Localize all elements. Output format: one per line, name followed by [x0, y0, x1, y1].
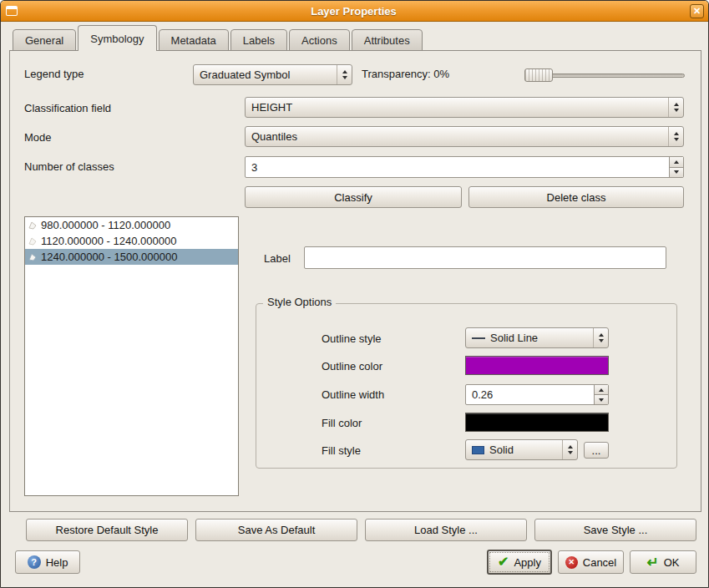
fill-color-swatch[interactable] — [465, 413, 609, 432]
spin-down-icon[interactable] — [595, 394, 608, 404]
classify-button-label: Classify — [334, 191, 372, 204]
outline-width-label: Outline width — [322, 388, 384, 401]
delete-class-button[interactable]: Delete class — [468, 186, 684, 208]
close-button[interactable]: ✕ — [690, 4, 704, 18]
fill-color-label: Fill color — [322, 417, 362, 429]
load-style-label: Load Style ... — [414, 524, 478, 536]
tab-attributes[interactable]: Attributes — [352, 29, 423, 51]
class-range-label: 980.000000 - 1120.000000 — [41, 219, 170, 231]
number-of-classes-label: Number of classes — [24, 160, 114, 173]
combo-arrows-icon — [337, 65, 352, 84]
ok-enter-arrow-icon: ↵ — [646, 555, 658, 570]
class-list-item[interactable]: 980.000000 - 1120.000000 — [25, 217, 238, 233]
class-list[interactable]: 980.000000 - 1120.000000 1120.000000 - 1… — [24, 216, 239, 496]
style-options-title: Style Options — [263, 296, 336, 308]
tab-actions[interactable]: Actions — [289, 29, 350, 51]
class-list-item-selected[interactable]: 1240.000000 - 1500.000000 — [25, 249, 238, 265]
number-of-classes-value: 3 — [246, 157, 669, 177]
transparency-slider-handle[interactable] — [524, 68, 553, 82]
classification-field-combo[interactable]: HEIGHT — [245, 97, 684, 118]
apply-button[interactable]: ✔ Apply — [487, 550, 552, 575]
ok-button-label: OK — [664, 556, 680, 569]
save-style-label: Save Style ... — [584, 524, 648, 536]
restore-default-style-button[interactable]: Restore Default Style — [26, 519, 188, 541]
outline-style-combo[interactable]: Solid Line — [465, 327, 609, 348]
legend-type-combo[interactable]: Graduated Symbol — [193, 64, 352, 85]
spin-up-icon[interactable] — [595, 385, 608, 394]
style-button-row: Restore Default Style Save As Default Lo… — [26, 519, 696, 541]
mode-combo[interactable]: Quantiles — [245, 126, 684, 147]
mode-label: Mode — [24, 131, 52, 144]
class-symbol-icon — [28, 252, 38, 262]
layer-properties-dialog: Layer Properties ✕ General Symbology Met… — [0, 0, 709, 588]
combo-arrows-icon — [668, 127, 683, 146]
apply-check-icon: ✔ — [498, 555, 509, 569]
legend-type-value: Graduated Symbol — [200, 68, 290, 81]
combo-arrows-icon — [668, 98, 683, 117]
tab-metadata[interactable]: Metadata — [159, 29, 229, 51]
fill-style-combo[interactable]: Solid — [465, 439, 578, 460]
classify-button[interactable]: Classify — [245, 186, 462, 208]
fill-style-value: Solid — [489, 444, 514, 456]
save-style-button[interactable]: Save Style ... — [534, 519, 696, 541]
save-as-default-label: Save As Default — [238, 524, 316, 536]
class-list-item[interactable]: 1120.000000 - 1240.000000 — [25, 233, 238, 249]
help-button[interactable]: ? Help — [15, 550, 80, 574]
tab-labels[interactable]: Labels — [230, 29, 287, 51]
legend-type-label: Legend type — [24, 68, 84, 80]
outline-color-label: Outline color — [322, 360, 382, 373]
restore-default-style-label: Restore Default Style — [56, 524, 159, 536]
cancel-button[interactable]: ✕ Cancel — [558, 550, 624, 574]
fill-style-more-button[interactable]: ... — [584, 442, 609, 459]
spin-down-icon[interactable] — [670, 167, 683, 178]
window-title: Layer Properties — [18, 5, 690, 18]
tab-general[interactable]: General — [13, 29, 76, 51]
window-icon — [6, 6, 18, 16]
apply-button-label: Apply — [514, 556, 541, 569]
mode-value: Quantiles — [251, 130, 297, 143]
ellipsis-icon: ... — [592, 444, 601, 457]
class-range-label: 1120.000000 - 1240.000000 — [41, 235, 176, 247]
class-label-label: Label — [264, 252, 291, 265]
title-bar[interactable]: Layer Properties ✕ — [1, 1, 708, 22]
load-style-button[interactable]: Load Style ... — [365, 519, 527, 541]
style-options-group: Style Options Outline style Solid Line O… — [256, 303, 677, 469]
outline-color-swatch[interactable] — [465, 356, 609, 375]
outline-style-value: Solid Line — [490, 332, 538, 344]
spinner-buttons[interactable] — [669, 157, 683, 177]
cancel-button-label: Cancel — [583, 556, 616, 569]
delete-class-button-label: Delete class — [547, 191, 606, 204]
label-input[interactable] — [304, 246, 666, 269]
classification-field-value: HEIGHT — [251, 101, 292, 114]
spinner-buttons[interactable] — [594, 385, 608, 404]
class-symbol-icon — [28, 236, 38, 246]
close-icon: ✕ — [693, 7, 701, 16]
combo-arrows-icon — [593, 328, 608, 347]
fill-style-label: Fill style — [322, 444, 361, 457]
classification-field-label: Classification field — [24, 102, 111, 114]
number-of-classes-spinner[interactable]: 3 — [245, 156, 684, 178]
solid-line-sample-icon — [472, 337, 485, 339]
solid-fill-sample-icon — [472, 446, 484, 454]
tab-symbology[interactable]: Symbology — [78, 25, 156, 51]
outline-width-value: 0.26 — [466, 385, 594, 404]
help-icon: ? — [28, 555, 41, 569]
outline-width-spinner[interactable]: 0.26 — [465, 384, 609, 405]
help-button-label: Help — [46, 556, 68, 569]
class-range-label: 1240.000000 - 1500.000000 — [41, 251, 177, 263]
save-as-default-button[interactable]: Save As Default — [195, 519, 357, 541]
combo-arrows-icon — [562, 440, 577, 459]
spin-up-icon[interactable] — [670, 157, 683, 167]
tab-bar: General Symbology Metadata Labels Action… — [13, 25, 424, 51]
transparency-label: Transparency: 0% — [362, 68, 449, 80]
ok-button[interactable]: ↵ OK — [630, 550, 696, 574]
class-symbol-icon — [28, 220, 38, 231]
cancel-x-icon: ✕ — [565, 556, 578, 569]
outline-style-label: Outline style — [322, 332, 382, 345]
